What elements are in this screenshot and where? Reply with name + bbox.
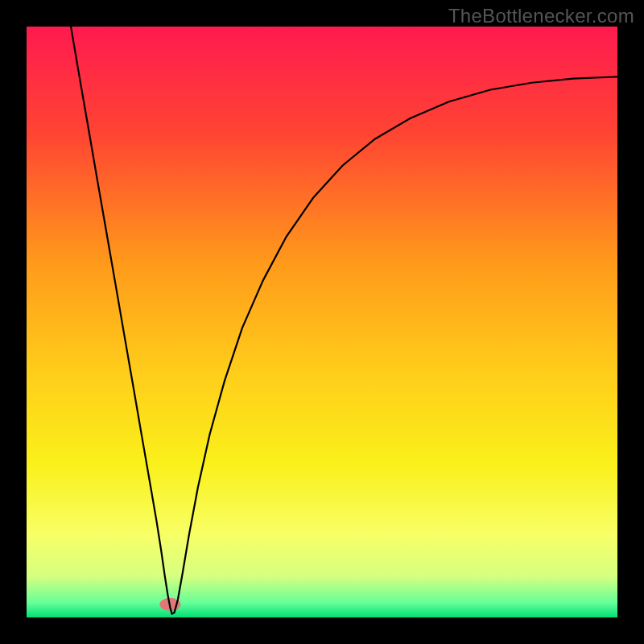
chart-plot-area — [27, 27, 617, 617]
chart-background — [27, 27, 617, 617]
chart-frame: TheBottlenecker.com — [0, 0, 644, 644]
watermark-label: TheBottlenecker.com — [448, 5, 634, 27]
chart-svg — [27, 27, 617, 617]
